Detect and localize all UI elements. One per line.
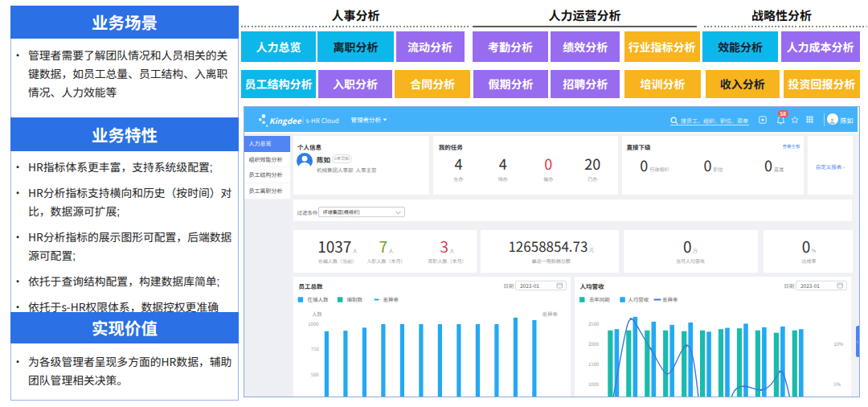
svg-text:差异率: 差异率	[542, 310, 558, 318]
svg-text:差异率: 差异率	[662, 295, 678, 303]
svg-text:2000: 2000	[588, 340, 600, 347]
svg-text:1000: 1000	[308, 320, 319, 327]
svg-text:750: 750	[311, 345, 320, 352]
svg-text:人均营收: 人均营收	[628, 295, 649, 303]
svg-text:在编人数: 在编人数	[307, 295, 328, 303]
svg-text:2023-01: 2023-01	[800, 281, 820, 289]
svg-text:2500: 2500	[588, 320, 600, 327]
svg-text:员工总数: 员工总数	[298, 282, 322, 290]
svg-text:人均营收: 人均营收	[580, 282, 604, 290]
svg-text:去年同期: 去年同期	[589, 295, 610, 303]
svg-text:10%: 10%	[833, 340, 844, 347]
svg-text:人数: 人数	[312, 310, 322, 318]
svg-text:500: 500	[311, 370, 320, 377]
svg-text:2023-01: 2023-01	[520, 281, 539, 289]
svg-text:日期: 日期	[503, 282, 514, 290]
svg-text:1000: 1000	[588, 380, 600, 388]
svg-text:5%: 5%	[833, 380, 841, 388]
svg-text:差异率: 差异率	[383, 295, 399, 303]
svg-text:日期: 日期	[784, 282, 795, 290]
svg-text:编制数: 编制数	[346, 295, 362, 303]
svg-text:1500: 1500	[588, 360, 600, 368]
